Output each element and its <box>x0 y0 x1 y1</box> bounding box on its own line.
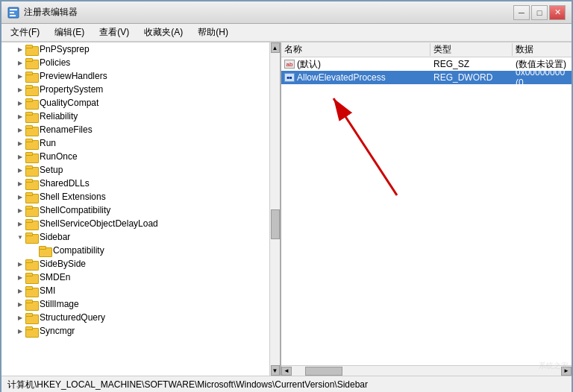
tree-item-shellserviceobjectdelayload[interactable]: ShellServiceObjectDelayLoad <box>1 217 280 230</box>
tree-item-previewhandlers[interactable]: PreviewHandlers <box>1 69 280 83</box>
right-panel: 名称 类型 数据 ab (默认) REG_SZ (数值未设置) <box>281 42 572 376</box>
tree-item-pnpsysprep[interactable]: PnPSysprep <box>1 42 280 56</box>
tree-label: ShellCompatibility <box>40 205 110 215</box>
tree-item-sidebar[interactable]: Sidebar <box>1 230 280 244</box>
expand-icon <box>15 194 25 200</box>
folder-icon <box>39 245 51 256</box>
expand-icon <box>15 180 25 187</box>
svg-rect-1 <box>10 9 17 10</box>
folder-icon <box>25 232 37 242</box>
tree-item-stillimage[interactable]: StillImage <box>1 297 280 311</box>
expand-icon <box>15 288 25 294</box>
menu-favorites[interactable]: 收藏夹(A) <box>138 25 189 40</box>
tree-scrollbar[interactable]: ▲ ▼ <box>269 42 280 376</box>
tree-item-qualitycompat[interactable]: QualityCompat <box>1 96 280 110</box>
tree-label: Syncmgr <box>40 326 75 336</box>
folder-icon <box>25 84 37 95</box>
folder-icon <box>25 138 37 148</box>
menu-edit[interactable]: 编辑(E) <box>48 25 90 40</box>
svg-rect-2 <box>10 12 14 13</box>
tree-item-compatibility[interactable]: Compatibility <box>1 244 280 257</box>
cell-type: REG_DWORD <box>430 72 513 83</box>
tree-item-setup[interactable]: Setup <box>1 163 280 177</box>
window-controls: ─ □ ✕ <box>513 5 566 20</box>
svg-rect-3 <box>10 15 16 16</box>
col-header-type: 类型 <box>430 43 513 56</box>
right-hscrollbar[interactable]: ◄ ► <box>281 365 572 376</box>
tree-item-shareddlls[interactable]: SharedDLLs <box>1 177 280 190</box>
maximize-button[interactable]: □ <box>531 5 548 20</box>
table-body: ab (默认) REG_SZ (数值未设置) ■■ AllowElevatedP… <box>281 57 572 365</box>
folder-icon <box>25 192 37 202</box>
reg-binary-icon: ■■ <box>284 73 295 82</box>
window-title: 注册表编辑器 <box>24 6 78 19</box>
col-header-data: 数据 <box>513 43 572 56</box>
menu-file[interactable]: 文件(F) <box>4 25 46 40</box>
expand-icon <box>15 207 25 214</box>
tree-label: PnPSysprep <box>40 44 90 54</box>
title-bar: 注册表编辑器 ─ □ ✕ <box>1 1 572 24</box>
folder-icon <box>25 299 37 309</box>
tree-item-policies[interactable]: Policies <box>1 56 280 69</box>
tree-item-reliability[interactable]: Reliability <box>1 110 280 123</box>
tree-item-syncmgr[interactable]: Syncmgr <box>1 324 280 338</box>
folder-icon <box>25 326 37 336</box>
folder-icon <box>25 71 37 81</box>
expand-icon <box>15 314 25 321</box>
tree-item-smi[interactable]: SMI <box>1 284 280 297</box>
menu-view[interactable]: 查看(V) <box>93 25 135 40</box>
expand-icon <box>15 140 25 147</box>
menu-help[interactable]: 帮助(H) <box>192 25 234 40</box>
tree-label: SideBySide <box>40 259 86 269</box>
tree-item-structuredquery[interactable]: StructuredQuery <box>1 311 280 324</box>
tree-item-run[interactable]: Run <box>1 136 280 150</box>
folder-icon <box>25 178 37 189</box>
folder-icon <box>25 98 37 108</box>
tree-item-smden[interactable]: SMDEn <box>1 271 280 284</box>
minimize-button[interactable]: ─ <box>513 5 530 20</box>
expand-icon <box>15 86 25 93</box>
expand-icon <box>15 113 25 120</box>
close-button[interactable]: ✕ <box>549 5 566 20</box>
tree-item-runonce[interactable]: RunOnce <box>1 150 280 163</box>
tree-item-renamefiles[interactable]: RenameFiles <box>1 123 280 136</box>
folder-icon <box>25 165 37 175</box>
tree-label: Compatibility <box>53 245 104 256</box>
tree-item-sidebyside[interactable]: SideBySide <box>1 257 280 271</box>
status-path: 计算机\HKEY_LOCAL_MACHINE\SOFTWARE\Microsof… <box>7 379 368 391</box>
tree-label: RenameFiles <box>40 124 93 135</box>
folder-icon <box>25 259 37 269</box>
tree-panel: PnPSysprep Policies PreviewHandlers Prop… <box>1 42 281 376</box>
expand-icon <box>15 274 25 281</box>
cell-name: ■■ AllowElevatedProcess <box>281 72 430 83</box>
folder-icon <box>25 218 37 229</box>
cell-name: ab (默认) <box>281 58 430 71</box>
reg-ab-icon: ab <box>284 60 295 69</box>
table-row-selected[interactable]: ■■ AllowElevatedProcess REG_DWORD 0x0000… <box>281 71 572 84</box>
expand-icon <box>15 328 25 335</box>
watermark: 系统之家 <box>539 361 569 371</box>
folder-icon <box>25 111 37 121</box>
tree-label: ShellServiceObjectDelayLoad <box>40 218 158 229</box>
tree-label: Reliability <box>40 111 78 121</box>
tree-label: Setup <box>40 165 63 175</box>
expand-icon <box>15 100 25 107</box>
expand-icon <box>15 73 25 80</box>
tree-item-propertysystem[interactable]: PropertySystem <box>1 83 280 96</box>
tree-label: SharedDLLs <box>40 178 90 189</box>
tree-label: StillImage <box>40 299 79 309</box>
expand-icon <box>15 261 25 268</box>
tree-label: RunOnce <box>40 151 78 162</box>
tree-label: StructuredQuery <box>40 312 105 323</box>
expand-icon <box>15 46 25 53</box>
tree-item-shellcompatibility[interactable]: ShellCompatibility <box>1 203 280 217</box>
tree-label: SMI <box>40 285 55 296</box>
main-area: PnPSysprep Policies PreviewHandlers Prop… <box>1 42 572 376</box>
folder-icon <box>25 124 37 135</box>
app-icon <box>7 7 19 19</box>
tree-item-shellextensions[interactable]: Shell Extensions <box>1 190 280 203</box>
expand-icon <box>15 221 25 227</box>
folder-icon <box>25 205 37 215</box>
folder-icon <box>25 312 37 323</box>
tree-label: Shell Extensions <box>40 192 106 202</box>
